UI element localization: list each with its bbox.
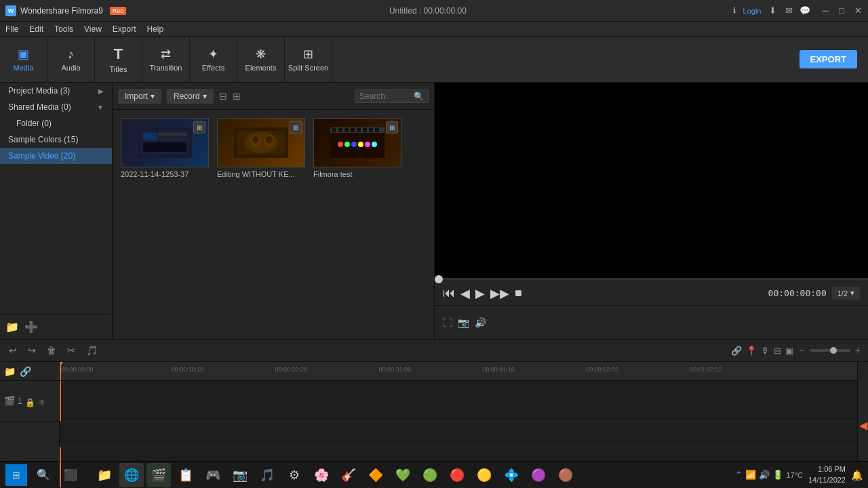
video-visibility-icon[interactable]: 👁	[38, 398, 46, 407]
zoom-out-icon[interactable]: －	[797, 344, 807, 357]
zoom-in-icon[interactable]: ＋	[853, 344, 863, 357]
taskbar-app-12[interactable]: 🟢	[418, 463, 442, 487]
tray-chevron-icon[interactable]: ⌃	[735, 470, 743, 480]
close-button[interactable]: ✕	[853, 6, 863, 16]
taskbar-app-7[interactable]: ⚙	[282, 463, 307, 487]
play-forward-button[interactable]: ▶▶	[490, 286, 509, 301]
taskbar-app-3[interactable]: 📋	[174, 463, 198, 487]
delete-button[interactable]: 🗑	[43, 343, 60, 358]
preview-playhead[interactable]	[435, 275, 443, 283]
taskbar-app-4[interactable]: 🎮	[201, 463, 225, 487]
list-item[interactable]: ⊞ Filmora test	[313, 118, 401, 178]
taskbar-app-5[interactable]: 📷	[228, 463, 252, 487]
fullscreen-icon[interactable]: ⛶	[443, 317, 452, 328]
import-chevron-icon[interactable]: ▾	[151, 92, 155, 101]
video-track-icons: 🔒 👁	[25, 398, 46, 407]
taskbar-app-16[interactable]: 🟣	[526, 463, 551, 487]
record-button[interactable]: Record ▾	[167, 89, 214, 104]
taskbar-app-filmora[interactable]: 🎬	[146, 463, 171, 487]
toolbar-transition[interactable]: ⇄ Transition	[142, 37, 190, 83]
menu-view[interactable]: View	[84, 24, 102, 34]
taskbar-app-6[interactable]: 🎵	[255, 463, 279, 487]
toolbar-media[interactable]: ▣ Media	[0, 37, 47, 83]
taskbar-app-8[interactable]: 🌸	[309, 463, 334, 487]
marker-icon[interactable]: 📍	[746, 346, 757, 356]
system-clock[interactable]: 1:06 PM 14/11/2022	[808, 464, 846, 485]
snap-icon[interactable]: 🔗	[731, 346, 742, 356]
grid-view-icon[interactable]: ⊞	[233, 91, 241, 102]
menu-file[interactable]: File	[5, 24, 18, 34]
taskbar-app-10[interactable]: 🔶	[363, 463, 388, 487]
video-track-number: 1	[18, 396, 22, 406]
record-chevron-icon[interactable]: ▾	[203, 92, 207, 101]
sidebar-item-project-media[interactable]: Project Media (3) ▶	[0, 83, 112, 99]
add-folder-icon[interactable]: 📁	[5, 321, 19, 333]
tray-network-icon[interactable]: 📶	[745, 470, 756, 480]
link-track-icon[interactable]: 🔗	[20, 366, 31, 377]
svg-rect-21	[369, 128, 373, 132]
menu-tools[interactable]: Tools	[54, 24, 73, 34]
taskbar-app-13[interactable]: 🔴	[445, 463, 469, 487]
taskbar-app-11[interactable]: 💚	[391, 463, 415, 487]
start-button[interactable]: ⊞	[5, 464, 27, 486]
zoom-slider[interactable]	[810, 349, 850, 352]
search-icon[interactable]: 🔍	[414, 92, 424, 101]
help-icon[interactable]: ℹ	[730, 6, 739, 16]
sidebar-item-shared-media[interactable]: Shared Media (0) ▼	[0, 99, 112, 115]
msg-icon[interactable]: 💬	[800, 6, 810, 16]
maximize-button[interactable]: □	[837, 6, 846, 16]
minimize-button[interactable]: ─	[821, 6, 830, 16]
quality-selector[interactable]: 1/2 ▾	[832, 287, 860, 300]
list-item[interactable]: ⊞ 2022-11-14-1253-37	[121, 118, 209, 178]
import-button[interactable]: Import ▾	[118, 89, 161, 104]
notification-icon[interactable]: 🔔	[851, 470, 863, 481]
email-icon[interactable]: ✉	[784, 6, 793, 16]
add-track-icon[interactable]: 📁	[4, 366, 16, 377]
taskview-button[interactable]: ⬛	[60, 464, 81, 486]
taskbar-app-9[interactable]: 🎸	[336, 463, 361, 487]
prev-frame-button[interactable]: ⏮	[443, 286, 455, 300]
tray-sound-icon[interactable]: 🔊	[759, 470, 770, 480]
taskbar-app-browser[interactable]: 🌐	[119, 463, 144, 487]
redo-button[interactable]: ↪	[24, 343, 39, 358]
mic-icon[interactable]: 🎙	[761, 346, 770, 356]
export-button[interactable]: EXPORT	[800, 50, 857, 68]
list-item[interactable]: ⊞ Editing WITHOUT KE...	[217, 118, 305, 178]
volume-icon[interactable]: 🔊	[475, 317, 486, 328]
taskbar-app-17[interactable]: 🟤	[553, 463, 578, 487]
taskbar-app-explorer[interactable]: 📁	[92, 463, 117, 487]
video-lock-icon[interactable]: 🔒	[25, 398, 35, 407]
undo-button[interactable]: ↩	[5, 343, 20, 358]
taskbar-app-14[interactable]: 🟡	[472, 463, 496, 487]
pip-icon[interactable]: ▣	[785, 346, 793, 356]
split-icon[interactable]: ⊟	[774, 346, 781, 356]
toolbar-effects[interactable]: ✦ Effects	[190, 37, 237, 83]
filter-icon[interactable]: ⊟	[219, 91, 227, 102]
toolbar-elements[interactable]: ❋ Elements	[237, 37, 285, 83]
sidebar-item-folder[interactable]: Folder (0)	[0, 115, 112, 131]
menu-export[interactable]: Export	[113, 24, 136, 34]
sidebar-item-sample-colors[interactable]: Sample Colors (15)	[0, 131, 112, 148]
taskbar: ⊞ 🔍 ⬛ 📁 🌐 🎬 📋 🎮 📷 🎵 ⚙ 🌸 🎸 🔶 💚 🟢 🔴 🟡 💠 🟣 …	[0, 461, 868, 488]
toolbar-splitscreen[interactable]: ⊞ Split Screen	[285, 37, 332, 83]
download-icon[interactable]: ⬇	[768, 6, 777, 16]
toolbar-audio[interactable]: ♪ Audio	[47, 37, 95, 83]
add-item-icon[interactable]: ➕	[24, 321, 38, 333]
play-back-button[interactable]: ◀	[460, 286, 470, 301]
toolbar-titles[interactable]: T Titles	[95, 37, 142, 83]
tray-battery-icon[interactable]: 🔋	[772, 470, 783, 480]
play-button[interactable]: ▶	[475, 286, 485, 301]
zoom-thumb[interactable]	[830, 347, 837, 354]
preview-progress[interactable]	[435, 278, 868, 281]
sidebar-item-sample-video[interactable]: Sample Video (20)	[0, 148, 112, 164]
menu-help[interactable]: Help	[147, 24, 164, 34]
login-button[interactable]: Login	[747, 6, 757, 16]
stop-button[interactable]: ■	[515, 286, 522, 300]
menu-edit[interactable]: Edit	[29, 24, 43, 34]
search-input[interactable]	[359, 92, 414, 101]
audio-button[interactable]: 🎵	[83, 343, 101, 358]
cut-button[interactable]: ✂	[64, 343, 79, 358]
taskbar-app-15[interactable]: 💠	[499, 463, 524, 487]
search-taskbar-button[interactable]: 🔍	[33, 464, 54, 486]
snapshot-icon[interactable]: 📷	[458, 317, 469, 328]
